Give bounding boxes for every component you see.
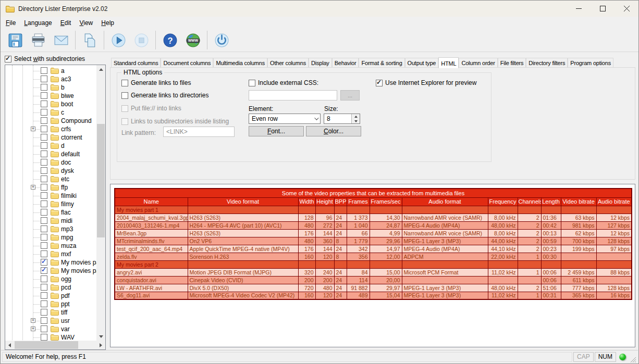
scroll-right-icon[interactable] xyxy=(96,341,105,349)
print-button[interactable] xyxy=(27,30,50,50)
tab-directory-filters[interactable]: Directory filters xyxy=(526,58,568,68)
tree-item-checkbox[interactable] xyxy=(41,234,47,241)
generate-links-to-directories-checkbox[interactable]: Generate links to directories xyxy=(121,92,208,99)
tree-item-dysk[interactable]: dysk xyxy=(6,167,97,175)
tab-output-type[interactable]: Output type xyxy=(405,58,439,68)
tab-html[interactable]: HTML xyxy=(438,57,459,68)
tree-item-tiff[interactable]: tiff xyxy=(6,308,97,317)
tree-item-checkbox[interactable] xyxy=(41,76,47,82)
tree-item-ctorrent[interactable]: ctorrent xyxy=(6,133,97,142)
tree-item-ac3[interactable]: ac3 xyxy=(6,75,97,83)
tree-item-checkbox[interactable]: ✓ xyxy=(41,267,47,274)
tree-item-biwe[interactable]: biwe xyxy=(6,92,97,100)
tab-program-options[interactable]: Program options xyxy=(568,58,613,68)
tree-item-muza[interactable]: muza xyxy=(6,242,97,250)
scrollbar-thumb[interactable] xyxy=(15,341,78,349)
tree-item-ogg[interactable]: ogg xyxy=(6,275,97,283)
tree-item-pdf[interactable]: pdf xyxy=(6,292,97,300)
tree-item-midi[interactable]: midi xyxy=(6,217,97,225)
tree-item-checkbox[interactable] xyxy=(41,159,47,166)
help-button[interactable]: ? xyxy=(158,30,181,50)
exit-button[interactable] xyxy=(210,30,233,50)
resize-grip[interactable] xyxy=(629,356,636,363)
tree-item-flac[interactable]: flac xyxy=(6,208,97,217)
tree-item-var[interactable]: +var xyxy=(6,325,97,333)
tree-item-b[interactable]: b xyxy=(6,83,97,92)
tree-vertical-scrollbar[interactable] xyxy=(96,65,105,341)
tree-item-checkbox[interactable] xyxy=(41,250,47,257)
tree-item-checkbox[interactable] xyxy=(41,92,47,99)
tab-behavior[interactable]: Behavior xyxy=(332,58,359,68)
tab-column-order[interactable]: Column order xyxy=(459,58,497,68)
tree-item-checkbox[interactable] xyxy=(41,192,47,199)
tree-item-checkbox[interactable] xyxy=(41,284,47,291)
tree-item-checkbox[interactable] xyxy=(41,209,47,216)
save-button[interactable] xyxy=(4,30,27,50)
tree-item-checkbox[interactable] xyxy=(41,275,47,282)
tree-item-checkbox[interactable] xyxy=(41,317,47,324)
expand-plus-icon[interactable]: + xyxy=(31,127,35,131)
tree-item-checkbox[interactable] xyxy=(41,184,47,191)
tree-horizontal-scrollbar[interactable] xyxy=(5,341,105,349)
tree-item-a[interactable]: a xyxy=(6,67,97,75)
tab-standard-columns[interactable]: Standard columns xyxy=(111,58,161,68)
tree-item-doc[interactable]: doc xyxy=(6,158,97,167)
tree-item-c[interactable]: c xyxy=(6,108,97,117)
select-with-subdirectories-checkbox[interactable]: ✓ Select with subdirectories xyxy=(5,55,85,62)
tree-item-default[interactable]: default xyxy=(6,150,97,158)
tree-item-checkbox[interactable] xyxy=(41,325,47,332)
tab-display[interactable]: Display xyxy=(309,58,332,68)
tree-item-checkbox[interactable] xyxy=(41,309,47,316)
tree-item-checkbox[interactable] xyxy=(41,242,47,249)
start-button[interactable] xyxy=(107,30,130,50)
tree-item-my-movies-part-1[interactable]: ✓My movies part 1 xyxy=(6,258,97,267)
tree-item-d[interactable]: d xyxy=(6,142,97,150)
step-up-icon[interactable] xyxy=(352,114,360,119)
tree-item-checkbox[interactable] xyxy=(41,200,47,207)
external-css-path-input[interactable] xyxy=(249,90,337,101)
tab-file-filters[interactable]: File filters xyxy=(498,58,526,68)
tab-multimedia-columns[interactable]: Multimedia columns xyxy=(213,58,267,68)
font-button[interactable]: Font... xyxy=(249,126,304,136)
tree-item-usr[interactable]: +usr xyxy=(6,317,97,325)
menu-help[interactable]: Help xyxy=(97,18,118,28)
tree-item-mpg[interactable]: mpg xyxy=(6,233,97,242)
tab-document-columns[interactable]: Document columns xyxy=(161,58,213,68)
tree-item-checkbox[interactable]: ✓ xyxy=(41,259,47,266)
tree-item-etc[interactable]: etc xyxy=(6,175,97,183)
tree-item-compound[interactable]: Compound xyxy=(6,117,97,125)
tree-item-mxf[interactable]: mxf xyxy=(6,250,97,258)
tree-item-checkbox[interactable] xyxy=(41,217,47,224)
scrollbar-thumb[interactable] xyxy=(97,124,105,237)
menu-language[interactable]: Language xyxy=(20,18,56,28)
expand-plus-icon[interactable]: + xyxy=(31,318,35,323)
tree-item-my-movies-part-2[interactable]: ✓My movies part 2 xyxy=(6,267,97,275)
menu-edit[interactable]: Edit xyxy=(56,18,76,28)
tree-item-checkbox[interactable] xyxy=(41,175,47,182)
use-ie-preview-checkbox[interactable]: ✓ Use Internet Explorer for preview xyxy=(376,79,476,86)
menu-view[interactable]: View xyxy=(75,18,97,28)
tree-item-pcd[interactable]: pcd xyxy=(6,283,97,292)
tab-other-columns[interactable]: Other columns xyxy=(267,58,309,68)
tab-format-sorting[interactable]: Format & sorting xyxy=(359,58,404,68)
tree-item-checkbox[interactable] xyxy=(41,292,47,299)
maximize-button[interactable] xyxy=(591,1,615,17)
tree-item-filmy[interactable]: filmy xyxy=(6,200,97,208)
tree-item-checkbox[interactable] xyxy=(41,300,47,307)
tree-item-ppt[interactable]: ppt xyxy=(6,300,97,308)
tree-item-checkbox[interactable] xyxy=(41,117,47,124)
tree-item-filmiki[interactable]: filmiki xyxy=(6,192,97,200)
size-stepper[interactable]: 8 xyxy=(324,114,360,124)
tree-item-mp3[interactable]: mp3 xyxy=(6,225,97,233)
tree-item-checkbox[interactable] xyxy=(41,225,47,232)
expand-plus-icon[interactable]: + xyxy=(31,185,35,190)
tree-item-checkbox[interactable] xyxy=(41,125,47,132)
generate-links-to-files-checkbox[interactable]: Generate links to files xyxy=(121,79,191,86)
www-button[interactable]: WWW xyxy=(181,30,204,50)
tree-item-checkbox[interactable] xyxy=(41,334,47,341)
menu-file[interactable]: File xyxy=(2,18,20,28)
tree-item-checkbox[interactable] xyxy=(41,109,47,116)
scroll-up-icon[interactable] xyxy=(96,65,105,74)
tree-item-crfs[interactable]: +crfs xyxy=(6,125,97,133)
copy-button[interactable] xyxy=(78,30,101,50)
